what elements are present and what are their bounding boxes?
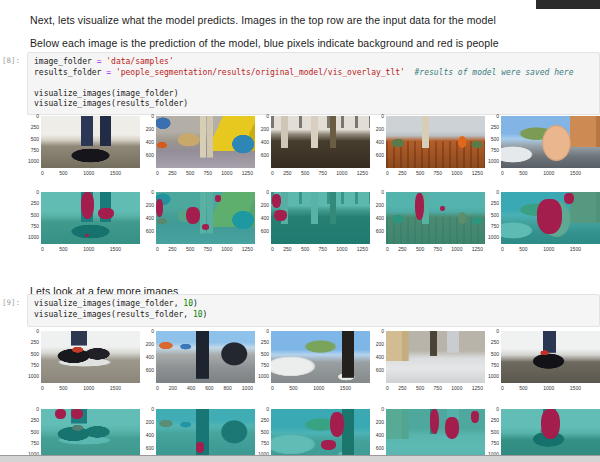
subplot: 0200400600025050075010001250 [370,331,485,391]
axis-tick-label: 250 [491,418,499,423]
x-axis-ticks: 050010001500 [41,170,140,176]
axis-tick-label: 750 [31,148,39,153]
axis-tick-label: 1250 [242,246,253,252]
axis-tick-label: 1000 [83,385,94,391]
code-line: visualize_images(results_folder) [34,99,593,110]
axis-tick-label: 600 [146,446,154,451]
axis-tick-label: 1250 [472,385,483,391]
axis-tick-label: 500 [261,352,269,357]
axis-tick-label: 600 [376,446,384,451]
axis-tick-label: 250 [283,246,291,252]
people-mask-region [440,206,445,211]
axis-tick-label: 250 [261,340,269,345]
axis-tick-label: 250 [31,201,39,206]
code-cell-9[interactable]: visualize_images(image_folder, 10)visual… [27,294,600,327]
y-axis-ticks: 0200400600 [370,114,386,160]
prediction-image [501,192,600,244]
axis-tick-label: 1000 [336,170,347,176]
code-token [405,68,415,77]
subplot: 02505007501000050010001500 [485,192,600,252]
y-axis-ticks: 02505007501000 [485,329,501,381]
axis-tick-label: 0 [501,385,504,391]
axis-tick-label: 750 [491,148,499,153]
axis-tick-label: 500 [416,170,424,176]
axis-tick-label: 0 [41,170,44,176]
axis-tick-label: 250 [491,125,499,130]
axis-tick-label: 1000 [221,246,232,252]
axis-tick-label: 0 [266,329,269,334]
subplot: 0200400600025050075010001250 [255,192,370,252]
subplot: 0200400600025050075010001250 [255,116,370,176]
code-token [34,78,39,87]
axis-tick-label: 750 [434,170,442,176]
people-mask-region [81,192,95,219]
axis-tick-label: 600 [146,368,154,373]
axis-tick-label: 500 [59,246,67,252]
photo-content [501,116,600,168]
people-mask-region [330,412,344,437]
figure-row-inputs-1: 0250500750100005001000150002004006000250… [25,116,600,176]
axis-tick-label: 0 [381,407,384,412]
y-axis-ticks: 02505007501000 [485,114,501,166]
axis-tick-label: 0 [496,190,499,195]
axis-tick-label: 400 [376,216,384,221]
x-axis-ticks: 025050075010001250 [386,385,485,391]
people-mask-region [274,210,287,221]
axis-tick-label: 250 [31,418,39,423]
figure-row-inputs-2: 0250500750100005001000150002004006000200… [25,331,600,391]
code-line: results_folder = 'people_segmentation/re… [34,68,593,79]
axis-tick-label: 0 [36,114,39,119]
people-mask-region [541,409,561,439]
people-mask-region [55,409,66,419]
axis-tick-label: 0 [151,329,154,334]
code-token: 10 [193,310,203,319]
axis-tick-label: 0 [36,329,39,334]
axis-tick-label: 0 [271,385,274,391]
y-axis-ticks: 0200400600 [370,407,386,453]
axis-tick-label: 750 [261,363,269,368]
axis-tick-label: 1250 [357,246,368,252]
axis-tick-label: 1000 [28,374,39,379]
x-axis-ticks: 050010001500 [501,170,600,176]
x-axis-ticks: 050010001500 [271,385,370,391]
axis-tick-label: 500 [261,430,269,435]
axis-tick-label: 200 [146,420,154,425]
axis-tick-label: 250 [261,418,269,423]
y-axis-ticks: 0200400600 [140,114,156,160]
axis-tick-label: 400 [261,216,269,221]
axis-tick-label: 750 [319,170,327,176]
axis-tick-label: 500 [301,170,309,176]
axis-tick-label: 1000 [336,246,347,252]
axis-tick-label: 500 [31,213,39,218]
horizontal-scrollbar[interactable] [0,455,600,462]
axis-tick-label: 1000 [83,246,94,252]
prediction-image [501,409,600,461]
axis-tick-label: 1000 [451,246,462,252]
axis-tick-label: 0 [271,246,274,252]
x-axis-ticks: 025050075010001250 [386,170,485,176]
markdown-intro-line2: Below each image is the prediction of th… [30,37,499,49]
subplot: 02505007501000050010001500 [485,331,600,391]
background-mask-overlay [156,192,255,244]
axis-tick-label: 1000 [28,159,39,164]
axis-tick-label: 0 [266,190,269,195]
axis-tick-label: 1000 [543,385,554,391]
axis-tick-label: 200 [146,127,154,132]
y-axis-ticks: 02505007501000 [25,190,41,242]
axis-tick-label: 500 [416,385,424,391]
axis-tick-label: 200 [376,420,384,425]
people-mask-region [156,199,163,217]
axis-tick-label: 1500 [110,385,121,391]
subplot: 020040060002004006008001000 [140,331,255,391]
axis-tick-label: 0 [151,114,154,119]
code-cell-8[interactable]: image_folder = 'data/samples'results_fol… [27,52,600,115]
photo-content [501,331,600,383]
code-token: visualize_images(image_folder) [34,89,179,98]
prediction-image [156,409,255,461]
axis-tick-label: 200 [261,127,269,132]
input-image [156,116,255,168]
prediction-image [41,192,140,244]
subplot: 02505007501000050010001500 [25,192,140,252]
axis-tick-label: 400 [261,140,269,145]
y-axis-ticks: 02505007501000 [25,114,41,166]
